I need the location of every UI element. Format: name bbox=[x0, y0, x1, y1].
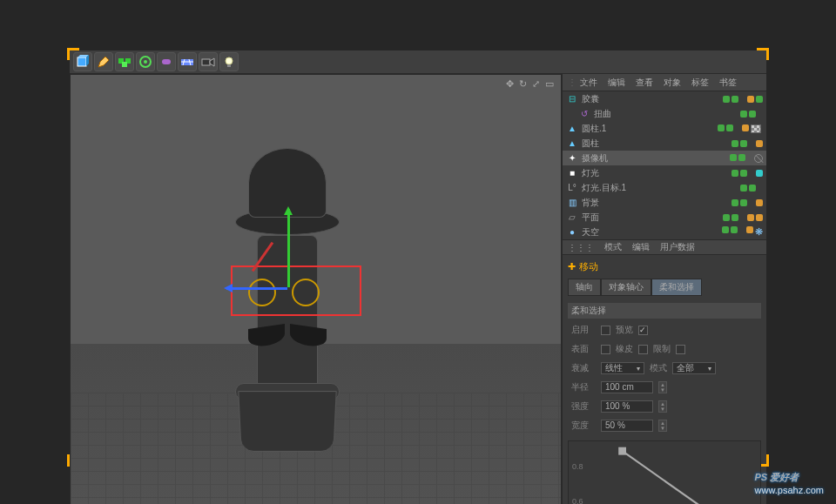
zoom-icon[interactable]: ⤢ bbox=[532, 78, 540, 90]
object-tags[interactable] bbox=[723, 214, 766, 221]
top-toolbar bbox=[70, 50, 766, 74]
object-tags[interactable] bbox=[732, 170, 766, 177]
grip-icon[interactable]: ⋮⋮⋮ bbox=[563, 77, 575, 87]
spinner-strength[interactable]: ▲▼ bbox=[658, 400, 667, 413]
spinner-width[interactable]: ▲▼ bbox=[658, 420, 667, 432]
object-row[interactable]: ↺扭曲 bbox=[563, 106, 766, 121]
axis-y[interactable] bbox=[287, 209, 290, 287]
object-tags[interactable]: ❋ bbox=[722, 226, 766, 238]
object-row[interactable]: ▲圆柱.1 bbox=[563, 121, 766, 136]
watermark: PS 爱好者 www.psahz.com bbox=[755, 467, 824, 495]
menu-userdata[interactable]: 用户数据 bbox=[655, 241, 700, 253]
input-strength[interactable]: 100 % bbox=[601, 400, 653, 413]
grip-icon[interactable]: ⋮⋮⋮ bbox=[563, 243, 599, 252]
object-row[interactable]: ✦摄像机 bbox=[563, 151, 766, 165]
tab-axis[interactable]: 轴向 bbox=[568, 279, 601, 296]
axis-x[interactable] bbox=[226, 287, 287, 290]
object-tags[interactable] bbox=[732, 199, 766, 206]
object-row[interactable]: ▱平面 bbox=[563, 210, 766, 225]
frame-icon[interactable]: ▭ bbox=[545, 78, 554, 90]
array-icon[interactable] bbox=[115, 52, 134, 71]
object-name: 平面 bbox=[582, 212, 723, 224]
menu-tags[interactable]: 标签 bbox=[686, 77, 714, 89]
capsule-icon[interactable] bbox=[157, 52, 176, 71]
right-panel: ⋮⋮⋮ 文件 编辑 查看 对象 标签 书签 ⊟胶囊↺扭曲▲圆柱.1▲圆柱✦摄像机… bbox=[562, 74, 766, 504]
menu-objects[interactable]: 对象 bbox=[658, 77, 686, 89]
object-tags[interactable] bbox=[718, 124, 766, 133]
curve-tick: 0.6 bbox=[572, 497, 583, 504]
orbit-icon[interactable]: ↻ bbox=[519, 78, 527, 90]
object-name: 胶囊 bbox=[582, 93, 723, 105]
menu-edit2[interactable]: 编辑 bbox=[627, 241, 655, 253]
object-row[interactable]: L°灯光.目标.1 bbox=[563, 180, 766, 195]
input-width[interactable]: 50 % bbox=[601, 420, 653, 432]
checkbox-enable[interactable] bbox=[601, 326, 610, 335]
menu-mode[interactable]: 模式 bbox=[599, 241, 627, 253]
object-type-icon: L° bbox=[566, 182, 578, 194]
object-row[interactable]: ▥背景 bbox=[563, 195, 766, 210]
object-tags[interactable] bbox=[730, 154, 766, 163]
menu-file[interactable]: 文件 bbox=[575, 77, 603, 89]
svg-line-17 bbox=[623, 451, 760, 504]
light-icon[interactable] bbox=[219, 52, 239, 71]
object-tags[interactable] bbox=[723, 96, 766, 103]
object-tags[interactable] bbox=[732, 140, 766, 147]
object-tree[interactable]: ⊟胶囊↺扭曲▲圆柱.1▲圆柱✦摄像机■灯光L°灯光.目标.1▥背景▱平面●天空❋ bbox=[563, 91, 766, 239]
object-tags[interactable] bbox=[740, 185, 766, 192]
label-radius: 半径 bbox=[571, 381, 596, 393]
checkbox-preview[interactable] bbox=[638, 326, 648, 335]
objects-menubar: ⋮⋮⋮ 文件 编辑 查看 对象 标签 书签 bbox=[563, 74, 766, 91]
object-type-icon: ▲ bbox=[566, 123, 578, 135]
tab-object-axis[interactable]: 对象轴心 bbox=[601, 279, 651, 296]
object-tags[interactable] bbox=[740, 111, 766, 118]
app-window: ✥ ↻ ⤢ ▭ bbox=[70, 50, 766, 464]
tab-soft-select[interactable]: 柔和选择 bbox=[651, 279, 702, 296]
label-width: 宽度 bbox=[571, 420, 596, 432]
section-soft-select: 柔和选择 bbox=[568, 303, 761, 319]
object-type-icon: ✦ bbox=[566, 152, 578, 165]
falloff-curve[interactable]: 0.8 0.6 bbox=[568, 440, 761, 504]
object-name: 摄像机 bbox=[582, 152, 730, 165]
checkbox-limit[interactable] bbox=[676, 345, 685, 354]
camera-icon[interactable] bbox=[199, 52, 218, 71]
deformer-icon[interactable] bbox=[136, 52, 155, 71]
label-mode: 模式 bbox=[650, 362, 667, 374]
object-type-icon: ▱ bbox=[566, 212, 578, 224]
menu-view[interactable]: 查看 bbox=[630, 77, 658, 89]
selection-highlight bbox=[231, 265, 361, 316]
character-model[interactable] bbox=[218, 148, 357, 453]
pan-icon[interactable]: ✥ bbox=[506, 78, 514, 90]
input-radius[interactable]: 100 cm bbox=[601, 381, 653, 393]
checkbox-surface[interactable] bbox=[601, 345, 610, 354]
spinner-radius[interactable]: ▲▼ bbox=[658, 381, 667, 393]
object-type-icon: ■ bbox=[566, 167, 578, 179]
object-row[interactable]: ■灯光 bbox=[563, 165, 766, 180]
viewport[interactable]: ✥ ↻ ⤢ ▭ bbox=[70, 74, 562, 504]
select-falloff[interactable]: 线性 bbox=[601, 362, 644, 374]
label-preview: 预览 bbox=[616, 324, 633, 336]
select-mode[interactable]: 全部 bbox=[672, 362, 716, 374]
object-name: 圆柱.1 bbox=[582, 123, 718, 135]
menu-bookmarks[interactable]: 书签 bbox=[714, 77, 742, 89]
menu-edit[interactable]: 编辑 bbox=[603, 77, 630, 89]
object-type-icon: ↺ bbox=[578, 108, 590, 120]
pen-icon[interactable] bbox=[94, 52, 113, 71]
checkbox-rubber[interactable] bbox=[638, 345, 648, 354]
object-name: 圆柱 bbox=[582, 138, 732, 150]
svg-rect-13 bbox=[202, 59, 210, 65]
label-surface: 表面 bbox=[571, 343, 596, 355]
object-row[interactable]: ⊟胶囊 bbox=[563, 91, 766, 106]
attributes-menubar: ⋮⋮⋮ 模式 编辑 用户数据 bbox=[563, 239, 766, 255]
object-name: 灯光.目标.1 bbox=[582, 182, 740, 194]
object-row[interactable]: ●天空❋ bbox=[563, 225, 766, 239]
viewport-controls[interactable]: ✥ ↻ ⤢ ▭ bbox=[506, 78, 554, 90]
label-enable: 启用 bbox=[571, 324, 596, 336]
object-type-icon: ⊟ bbox=[566, 93, 578, 105]
svg-rect-8 bbox=[162, 59, 171, 64]
tool-name: 移动 bbox=[568, 260, 761, 273]
object-row[interactable]: ▲圆柱 bbox=[563, 136, 766, 151]
attr-sub-tabs: 轴向 对象轴心 柔和选择 bbox=[568, 279, 761, 296]
svg-rect-5 bbox=[122, 62, 127, 67]
object-type-icon: ▥ bbox=[566, 197, 578, 209]
floor-icon[interactable] bbox=[178, 52, 197, 71]
